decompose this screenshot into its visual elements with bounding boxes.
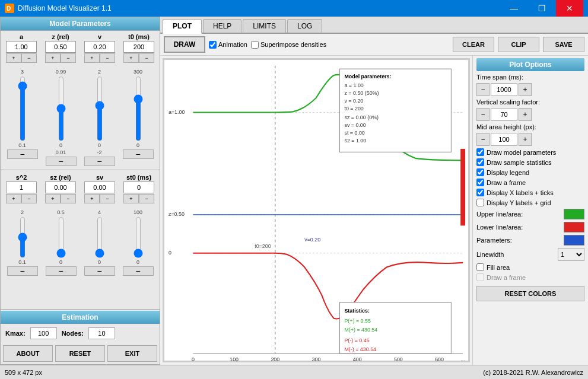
slider-t0-minus[interactable]: −: [123, 149, 154, 159]
slider-st0-minus[interactable]: −: [123, 266, 154, 276]
tab-plot[interactable]: PLOT: [163, 19, 202, 34]
param-s2-minus[interactable]: −: [21, 194, 37, 203]
model-params-header: Model Parameters: [1, 17, 160, 31]
param-t0-input[interactable]: [123, 41, 154, 53]
superimpose-checkbox[interactable]: [251, 41, 259, 49]
slider-s2-top: 2: [21, 209, 24, 215]
superimpose-checkbox-label[interactable]: Superimpose densities: [251, 41, 326, 49]
upper-color-swatch[interactable]: [564, 209, 584, 219]
close-button[interactable]: ✕: [556, 0, 583, 17]
param-st0-minus[interactable]: −: [139, 194, 154, 203]
kmax-input[interactable]: [30, 327, 57, 339]
linewidth-label: Linewidth: [476, 251, 555, 258]
clip-button[interactable]: CLIP: [498, 37, 539, 52]
param-a-plus[interactable]: +: [6, 53, 21, 63]
slider-a-minus[interactable]: −: [7, 149, 38, 159]
draw-frame-checkbox[interactable]: [476, 179, 484, 186]
mid-area-input[interactable]: [491, 133, 517, 146]
time-span-input[interactable]: [491, 83, 517, 96]
param-v-minus[interactable]: −: [100, 53, 115, 63]
param-a-input[interactable]: [6, 41, 37, 53]
slider-t0-control[interactable]: [132, 76, 144, 141]
param-z-label: z (rel): [52, 33, 69, 40]
clear-button[interactable]: CLEAR: [453, 37, 494, 52]
param-sz-input[interactable]: [45, 181, 76, 193]
slider-v-minus[interactable]: −: [84, 157, 115, 166]
tab-help[interactable]: HELP: [203, 19, 241, 33]
time-span-plus[interactable]: +: [519, 83, 532, 96]
slider-sv2-minus[interactable]: −: [84, 266, 115, 276]
draw-frame2-checkbox-label[interactable]: Draw a frame: [476, 273, 584, 281]
slider-sz2-control[interactable]: [55, 216, 67, 258]
vert-scale-minus[interactable]: −: [476, 108, 490, 121]
vert-scale-input[interactable]: [491, 108, 517, 121]
slider-s2-control[interactable]: [17, 216, 28, 258]
display-x-labels-checkbox[interactable]: [476, 189, 484, 196]
param-z-plus[interactable]: +: [45, 53, 61, 63]
param-t0-plus[interactable]: +: [123, 53, 139, 63]
param-s2-input[interactable]: [6, 181, 37, 193]
slider-v-control[interactable]: [94, 76, 106, 141]
display-y-labels-checkbox[interactable]: [476, 199, 484, 206]
param-s2-plus[interactable]: +: [6, 194, 21, 203]
param-sz-minus[interactable]: −: [61, 194, 76, 203]
tab-limits[interactable]: LIMITS: [243, 19, 286, 33]
param-a-minus[interactable]: −: [21, 53, 37, 63]
param-color-swatch[interactable]: [564, 235, 584, 246]
param-v-plus[interactable]: +: [84, 53, 100, 63]
param-t0-minus[interactable]: −: [139, 53, 154, 63]
maximize-button[interactable]: ❐: [528, 0, 555, 17]
param-st0-input[interactable]: [123, 181, 154, 193]
param-sv-plus[interactable]: +: [84, 194, 100, 203]
slider-a-control[interactable]: [17, 76, 28, 141]
display-x-labels-checkbox-label[interactable]: Display X labels + ticks: [476, 189, 584, 196]
param-st0-plus[interactable]: +: [123, 194, 139, 203]
draw-sample-stats-checkbox[interactable]: [476, 158, 484, 166]
param-st0-label: st0 (ms): [126, 174, 151, 181]
mid-area-plus[interactable]: +: [519, 133, 532, 146]
param-sv-minus[interactable]: −: [100, 194, 115, 203]
svg-text:sv  =  0.00: sv = 0.00: [344, 122, 365, 128]
fill-area-checkbox-label[interactable]: Fill area: [476, 263, 584, 271]
slider-z-control[interactable]: [55, 76, 67, 141]
display-legend-checkbox-label[interactable]: Display legend: [476, 168, 584, 176]
param-z-minus[interactable]: −: [61, 53, 76, 63]
param-sv-input[interactable]: [84, 181, 115, 193]
exit-button[interactable]: EXIT: [107, 345, 157, 362]
vert-scale-control: − +: [476, 108, 532, 121]
lower-line-label: Lower line/area:: [476, 224, 561, 231]
draw-frame2-checkbox[interactable]: [476, 273, 484, 281]
linewidth-select[interactable]: 1 2 3: [558, 248, 584, 261]
slider-sv2-control[interactable]: [94, 216, 106, 258]
reset-colors-button[interactable]: RESET COLORS: [476, 286, 584, 301]
slider-sz2-bot: 0: [59, 259, 62, 265]
slider-z-minus[interactable]: −: [46, 157, 77, 166]
about-button[interactable]: ABOUT: [3, 345, 53, 362]
reset-button[interactable]: RESET: [55, 345, 105, 362]
draw-sample-stats-checkbox-label[interactable]: Draw sample statistics: [476, 158, 584, 166]
draw-model-params-checkbox-label[interactable]: Draw model parameters: [476, 148, 584, 156]
param-v-input[interactable]: [84, 41, 115, 53]
vert-scale-plus[interactable]: +: [519, 108, 532, 121]
save-button[interactable]: SAVE: [543, 37, 584, 52]
fill-area-label: Fill area: [487, 264, 510, 271]
mid-area-minus[interactable]: −: [476, 133, 490, 146]
minimize-button[interactable]: —: [500, 0, 527, 17]
display-legend-checkbox[interactable]: [476, 168, 484, 176]
lower-color-swatch[interactable]: [564, 222, 584, 233]
display-y-labels-checkbox-label[interactable]: Display Y labels + grid: [476, 199, 584, 206]
draw-model-params-checkbox[interactable]: [476, 148, 484, 156]
animation-checkbox[interactable]: [209, 41, 217, 49]
time-span-minus[interactable]: −: [476, 83, 490, 96]
slider-s2-minus[interactable]: −: [7, 266, 38, 276]
draw-button[interactable]: DRAW: [164, 36, 205, 53]
tab-log[interactable]: LOG: [287, 19, 322, 33]
fill-area-checkbox[interactable]: [476, 263, 484, 271]
draw-frame-checkbox-label[interactable]: Draw a frame: [476, 179, 584, 186]
animation-checkbox-label[interactable]: Animation: [209, 41, 247, 49]
slider-sz2-minus[interactable]: −: [46, 266, 77, 276]
slider-st0-control[interactable]: [132, 216, 144, 258]
param-z-input[interactable]: [45, 41, 76, 53]
param-sz-plus[interactable]: +: [45, 194, 61, 203]
nodes-input[interactable]: [88, 327, 115, 339]
